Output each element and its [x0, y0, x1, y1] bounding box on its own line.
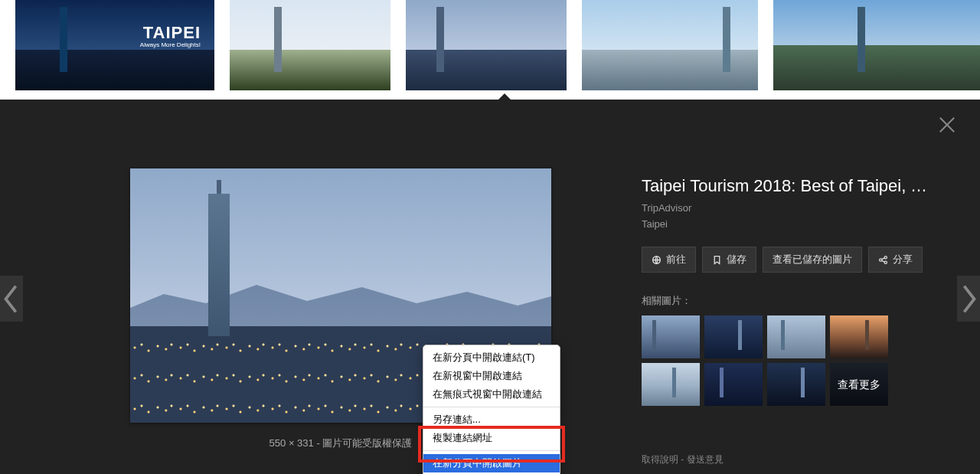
ctx-open-image-new-tab[interactable]: 在新分頁中開啟圖片: [423, 454, 560, 472]
footer-links: 取得說明 - 發送意見: [642, 453, 724, 466]
image-info-panel: Taipei Tourism 2018: Best of Taipei, Tai…: [642, 176, 934, 406]
taipei-101-icon: [723, 7, 730, 72]
related-image-1[interactable]: [642, 315, 700, 358]
related-image-4[interactable]: [830, 315, 888, 358]
related-image-7[interactable]: [767, 363, 825, 406]
thumb-2[interactable]: [230, 0, 390, 90]
view-saved-button-label: 查看已儲存的圖片: [773, 253, 852, 266]
ctx-copy-link-address[interactable]: 複製連結網址: [423, 429, 560, 447]
thumb-image: [230, 0, 390, 90]
visit-button[interactable]: 前往: [642, 247, 696, 273]
ctx-save-link-as[interactable]: 另存連結...: [423, 410, 560, 429]
thumb-image: [773, 0, 980, 90]
see-more-label: 查看更多: [830, 363, 888, 406]
close-button[interactable]: [937, 115, 957, 135]
copyright-notice: 圖片可能受版權保護: [322, 437, 412, 449]
image-source[interactable]: TripAdvisor: [642, 202, 934, 214]
ctx-divider: [423, 407, 560, 407]
visit-button-label: 前往: [666, 253, 686, 266]
help-link[interactable]: 取得說明: [642, 454, 678, 465]
related-images-grid: 查看更多: [642, 315, 934, 406]
thumb-5[interactable]: [773, 0, 980, 90]
taipei-101-icon: [60, 7, 67, 72]
globe-icon: [652, 255, 662, 265]
save-button[interactable]: 儲存: [702, 247, 756, 273]
svg-point-3: [884, 261, 887, 263]
ctx-open-link-new-window[interactable]: 在新視窗中開啟連結: [423, 367, 560, 385]
taipei-101-icon: [274, 7, 282, 72]
related-image-3[interactable]: [767, 315, 825, 358]
action-buttons: 前往 儲存 查看已儲存的圖片 分享: [642, 247, 934, 273]
related-images-label: 相關圖片：: [642, 294, 934, 308]
share-button-label: 分享: [893, 253, 913, 266]
related-see-more[interactable]: 查看更多: [830, 363, 888, 406]
share-button[interactable]: 分享: [868, 247, 923, 273]
context-menu: 在新分頁中開啟連結(T) 在新視窗中開啟連結 在無痕式視窗中開啟連結 另存連結.…: [423, 345, 560, 474]
svg-point-2: [884, 256, 887, 258]
mountains-icon: [130, 280, 551, 326]
thumb-overlay-subtitle: Always More Delights!: [140, 41, 201, 48]
thumb-4[interactable]: [582, 0, 758, 90]
save-button-label: 儲存: [727, 253, 746, 266]
related-image-2[interactable]: [704, 315, 763, 358]
related-image-5[interactable]: [642, 363, 700, 406]
image-viewer-panel: 550 × 331 - 圖片可能受版權保護 在新分頁中開啟連結(T) 在新視窗中…: [0, 100, 980, 474]
related-image-6[interactable]: [704, 363, 763, 406]
image-subject: Taipei: [642, 218, 934, 230]
view-saved-button[interactable]: 查看已儲存的圖片: [763, 247, 862, 273]
thumb-overlay-title: TAIPEI: [143, 23, 201, 43]
bookmark-icon: [712, 255, 722, 265]
chevron-right-icon: [957, 282, 980, 316]
thumb-image: [406, 0, 567, 90]
thumb-3-selected[interactable]: [406, 0, 567, 90]
taipei-101-icon: [858, 7, 865, 72]
image-title[interactable]: Taipei Tourism 2018: Best of Taipei, Tai…: [642, 176, 934, 196]
ctx-open-link-incognito[interactable]: 在無痕式視窗中開啟連結: [423, 385, 560, 404]
ctx-divider: [423, 450, 560, 451]
taipei-101-icon: [436, 7, 444, 72]
chevron-left-icon: [0, 282, 23, 316]
thumb-image: [582, 0, 758, 90]
feedback-link[interactable]: 發送意見: [687, 454, 724, 465]
ctx-open-link-new-tab[interactable]: 在新分頁中開啟連結(T): [423, 348, 560, 367]
share-icon: [878, 255, 888, 265]
image-dimensions: 550 × 331: [270, 437, 314, 449]
svg-point-1: [880, 258, 882, 260]
footer-separator: -: [681, 454, 686, 465]
next-image-button[interactable]: [957, 276, 980, 322]
taipei-101-icon: [208, 194, 230, 336]
thumb-1[interactable]: TAIPEI Always More Delights!: [15, 0, 214, 90]
prev-image-button[interactable]: [0, 276, 23, 322]
search-result-thumbnails: TAIPEI Always More Delights!: [0, 0, 980, 100]
